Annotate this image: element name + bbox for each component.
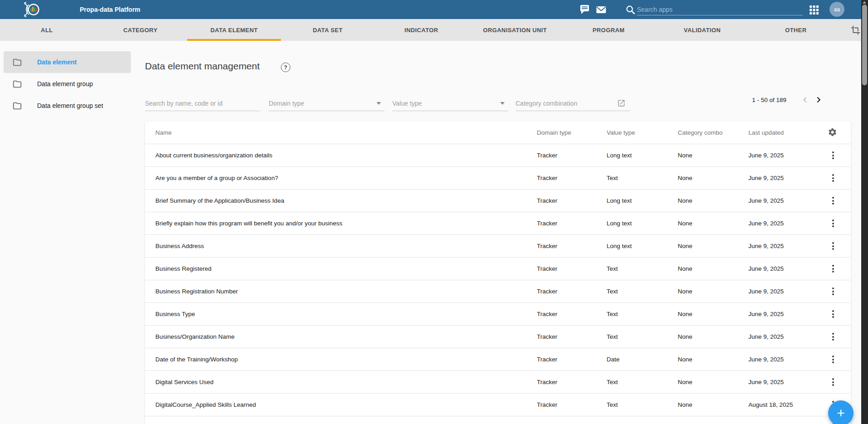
table-row[interactable]: Date of the Training/Workshop Tracker Da…	[145, 348, 851, 371]
column-header-domain-type[interactable]: Domain type	[537, 129, 607, 136]
pagination-range: 1 - 50 of 189	[752, 97, 786, 103]
column-header-value-type[interactable]: Value type	[607, 129, 678, 136]
table-row[interactable]: Business Registration Number Tracker Tex…	[145, 280, 851, 303]
row-actions-kebab-icon[interactable]	[829, 242, 837, 251]
dhis2-logo-icon[interactable]	[21, 1, 42, 18]
data-element-table: Name Domain type Value type Category com…	[145, 122, 851, 424]
cell-domain-type: Tracker	[537, 175, 607, 181]
cell-category-combo: None	[678, 401, 748, 408]
sidebar-item-data-element[interactable]: Data element	[4, 51, 131, 73]
table-row[interactable]: Business Type Tracker Text None June 9, …	[145, 303, 851, 326]
row-actions-kebab-icon[interactable]	[829, 287, 837, 296]
tab-category[interactable]: CATEGORY	[94, 19, 188, 41]
tab-all[interactable]: ALL	[0, 19, 94, 41]
domain-type-select[interactable]: Domain type	[269, 96, 385, 111]
cell-value-type: Text	[607, 333, 678, 340]
cell-domain-type: Tracker	[537, 220, 607, 227]
apps-grid-icon[interactable]	[809, 5, 819, 15]
tab-data-set[interactable]: DATA SET	[281, 19, 375, 41]
tab-validation[interactable]: VALIDATION	[656, 19, 749, 41]
mail-icon[interactable]	[596, 5, 606, 15]
row-actions-kebab-icon[interactable]	[829, 174, 837, 183]
table-search-field[interactable]	[145, 96, 260, 111]
table-row[interactable]: Brief Summary of the Application/Busines…	[145, 190, 851, 212]
table-row[interactable]: Briefly explain how this program will be…	[145, 212, 851, 235]
sidebar-item-data-element-group[interactable]: Data element group	[4, 73, 131, 95]
scrollbar-thumb[interactable]	[862, 5, 867, 85]
column-settings-gear-icon[interactable]	[828, 127, 837, 137]
pagination-previous-button[interactable]	[798, 93, 812, 106]
sidebar-item-label: Data element group	[37, 80, 93, 88]
cell-name: Business Address	[145, 243, 537, 249]
plus-icon: +	[837, 405, 845, 421]
cell-last-updated: June 9, 2025	[748, 333, 825, 340]
maintenance-app-screen: Propa-data Platform aa ALLC	[0, 0, 868, 424]
tab-indicator[interactable]: INDICATOR	[375, 19, 468, 41]
cell-value-type: Text	[607, 379, 678, 385]
cell-name: DigitalCourse_Applied Skills Learned	[145, 401, 537, 408]
cell-last-updated: June 9, 2025	[748, 288, 825, 295]
tab-other[interactable]: OTHER	[749, 19, 843, 41]
cell-name: Business Registration Number	[145, 288, 537, 295]
cell-category-combo: None	[678, 288, 748, 295]
row-actions-kebab-icon[interactable]	[829, 310, 837, 319]
category-combination-select[interactable]: Category combination	[516, 96, 630, 111]
cell-category-combo: None	[678, 220, 748, 227]
table-row[interactable]	[145, 416, 851, 424]
cell-category-combo: None	[678, 333, 748, 340]
column-header-category-combo[interactable]: Category combo	[678, 129, 748, 136]
row-actions-kebab-icon[interactable]	[829, 378, 837, 387]
table-search-input[interactable]	[145, 100, 260, 107]
cell-last-updated: June 9, 2025	[748, 152, 825, 159]
user-avatar[interactable]: aa	[829, 2, 844, 17]
pagination: 1 - 50 of 189	[752, 93, 851, 106]
tab-organisation-unit[interactable]: ORGANISATION UNIT	[468, 19, 562, 41]
cell-category-combo: None	[678, 243, 748, 249]
page-scrollbar[interactable]	[861, 0, 868, 424]
search-icon[interactable]	[626, 5, 636, 15]
cell-domain-type: Tracker	[537, 311, 607, 317]
cell-domain-type: Tracker	[537, 197, 607, 204]
column-header-last-updated[interactable]: Last updated	[748, 129, 825, 136]
table-row[interactable]: Business Address Tracker Long text None …	[145, 235, 851, 258]
cell-value-type: Text	[607, 288, 678, 295]
table-row[interactable]: Business/Organization Name Tracker Text …	[145, 326, 851, 348]
messages-icon[interactable]	[580, 5, 590, 15]
cell-name: Digital Services Used	[145, 379, 537, 385]
row-actions-kebab-icon[interactable]	[829, 332, 837, 341]
table-row[interactable]: Are you a member of a group or Associati…	[145, 167, 851, 190]
sidebar-item-data-element-group-set[interactable]: Data element group set	[4, 95, 131, 117]
value-type-label: Value type	[392, 100, 422, 107]
pagination-next-button[interactable]	[812, 93, 825, 106]
cell-last-updated: June 9, 2025	[748, 220, 825, 227]
tab-program[interactable]: PROGRAM	[562, 19, 656, 41]
apps-search-input[interactable]	[637, 4, 803, 15]
help-icon[interactable]: ?	[281, 63, 290, 72]
table-row[interactable]: Business Registered Tracker Text None Ju…	[145, 258, 851, 280]
cell-name: Business/Organization Name	[145, 333, 537, 340]
table-row[interactable]: About current business/organization deta…	[145, 144, 851, 167]
row-actions-kebab-icon[interactable]	[829, 196, 837, 205]
cell-last-updated: June 9, 2025	[748, 379, 825, 385]
add-data-element-fab-button[interactable]: +	[828, 400, 854, 424]
cell-value-type: Text	[607, 401, 678, 408]
row-actions-kebab-icon[interactable]	[829, 219, 837, 228]
table-row[interactable]: Digital Services Used Tracker Text None …	[145, 371, 851, 394]
cell-name: Date of the Training/Workshop	[145, 356, 537, 363]
value-type-select[interactable]: Value type	[392, 96, 508, 111]
cell-last-updated: June 9, 2025	[748, 356, 825, 363]
row-actions-kebab-icon[interactable]	[829, 264, 837, 273]
tab-data-element[interactable]: DATA ELEMENT	[187, 19, 281, 41]
folder-icon	[12, 101, 22, 111]
cell-name: Business Registered	[145, 265, 537, 272]
cell-category-combo: None	[678, 356, 748, 363]
cell-category-combo: None	[678, 152, 748, 159]
cell-last-updated: June 9, 2025	[748, 311, 825, 317]
row-actions-kebab-icon[interactable]	[829, 151, 837, 160]
scrollbar-up-arrow-icon[interactable]	[863, 1, 866, 4]
apps-search-field[interactable]	[637, 4, 803, 16]
row-actions-kebab-icon[interactable]	[829, 355, 837, 364]
column-header-name[interactable]: Name	[145, 129, 537, 136]
cell-value-type: Long text	[607, 220, 678, 227]
table-row[interactable]: DigitalCourse_Applied Skills Learned Tra…	[145, 394, 851, 416]
